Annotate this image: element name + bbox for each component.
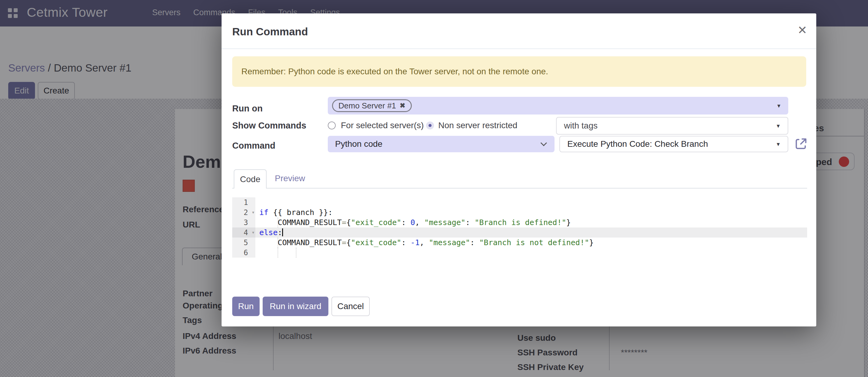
radio-for-selected-servers[interactable] xyxy=(328,121,336,129)
code-line-content[interactable]: else: xyxy=(255,228,807,237)
command-select[interactable]: Execute Python Code: Check Branch ▾ xyxy=(559,136,788,152)
tab-code[interactable]: Code xyxy=(234,169,267,188)
fold-arrow-icon[interactable]: ▾ xyxy=(252,209,255,215)
code-line-content[interactable]: COMMAND_RESULT={"exit_code": -1, "messag… xyxy=(255,237,807,248)
external-link-icon[interactable] xyxy=(794,137,808,150)
line-number: 6 xyxy=(244,249,248,257)
editor-line[interactable]: 3 COMMAND_RESULT={"exit_code": 0, "messa… xyxy=(232,218,807,228)
line-number: 1 xyxy=(244,198,248,207)
python-warning-banner: Remember: Python code is executed on the… xyxy=(232,56,806,87)
editor-line[interactable]: 2▾if {{ branch }}: xyxy=(232,207,807,218)
editor-gutter-cell: 3 xyxy=(232,218,255,228)
radio-non-server-restricted[interactable] xyxy=(426,121,434,129)
show-commands-label: Show Commands xyxy=(232,121,306,130)
radio-for-selected-servers-label[interactable]: For selected server(s) xyxy=(341,121,424,130)
code-line-content[interactable] xyxy=(255,248,807,258)
command-type-select[interactable]: Python code xyxy=(328,136,555,152)
close-icon[interactable]: ✕ xyxy=(797,24,807,36)
text-cursor xyxy=(282,228,283,236)
dropdown-caret-icon[interactable]: ▾ xyxy=(777,122,780,129)
line-number: 4 xyxy=(244,228,248,237)
editor-gutter-cell: 4▾ xyxy=(232,228,255,237)
code-line-content[interactable]: if {{ branch }}: xyxy=(255,207,807,218)
radio-non-server-restricted-label[interactable]: Non server restricted xyxy=(438,121,517,130)
modal-footer: Run Run in wizard Cancel xyxy=(222,297,816,316)
code-line-content[interactable]: COMMAND_RESULT={"exit_code": 0, "message… xyxy=(255,218,807,228)
editor-line[interactable]: 6 xyxy=(232,248,807,258)
line-number: 5 xyxy=(244,238,248,247)
modal-title: Run Command xyxy=(232,26,308,38)
run-command-modal: Run Command ✕ Remember: Python code is e… xyxy=(222,13,816,326)
code-line-content[interactable] xyxy=(255,197,807,207)
editor-line[interactable]: 4▾else: xyxy=(232,228,807,237)
code-editor[interactable]: 12▾if {{ branch }}:3 COMMAND_RESULT={"ex… xyxy=(232,197,807,258)
editor-gutter-cell: 6 xyxy=(232,248,255,258)
editor-gutter-cell: 5 xyxy=(232,237,255,248)
fold-arrow-icon[interactable]: ▾ xyxy=(252,229,255,235)
editor-gutter-cell: 1 xyxy=(232,197,255,207)
run-on-label: Run on xyxy=(232,104,262,114)
run-on-select[interactable]: Demo Server #1 ✖ ▾ xyxy=(328,97,788,115)
modal-header: Run Command ✕ xyxy=(222,13,816,49)
run-in-wizard-button[interactable]: Run in wizard xyxy=(262,297,329,316)
indent-guide xyxy=(278,237,278,248)
tab-preview[interactable]: Preview xyxy=(275,174,305,183)
tab-underline xyxy=(232,188,807,188)
tag-remove-icon[interactable]: ✖ xyxy=(400,102,405,110)
line-number: 2 xyxy=(244,208,248,217)
server-tag[interactable]: Demo Server #1 ✖ xyxy=(332,99,412,112)
cancel-button[interactable]: Cancel xyxy=(332,297,370,316)
run-button[interactable]: Run xyxy=(232,297,259,316)
dropdown-caret-icon[interactable]: ▾ xyxy=(777,102,780,109)
indent-guide xyxy=(296,248,297,258)
indent-guide xyxy=(278,218,278,228)
with-tags-select[interactable]: with tags ▾ xyxy=(556,117,788,135)
screen: Cetmix Tower Servers Commands Files Tool… xyxy=(0,0,868,377)
chevron-down-icon[interactable] xyxy=(540,140,547,146)
editor-line[interactable]: 5 COMMAND_RESULT={"exit_code": -1, "mess… xyxy=(232,237,807,248)
editor-line[interactable]: 1 xyxy=(232,197,807,207)
dropdown-caret-icon[interactable]: ▾ xyxy=(777,140,780,148)
line-number: 3 xyxy=(244,219,248,227)
indent-guide xyxy=(278,248,278,258)
editor-gutter-cell: 2▾ xyxy=(232,207,255,218)
warning-text: Remember: Python code is executed on the… xyxy=(241,67,548,77)
command-label: Command xyxy=(232,141,275,151)
